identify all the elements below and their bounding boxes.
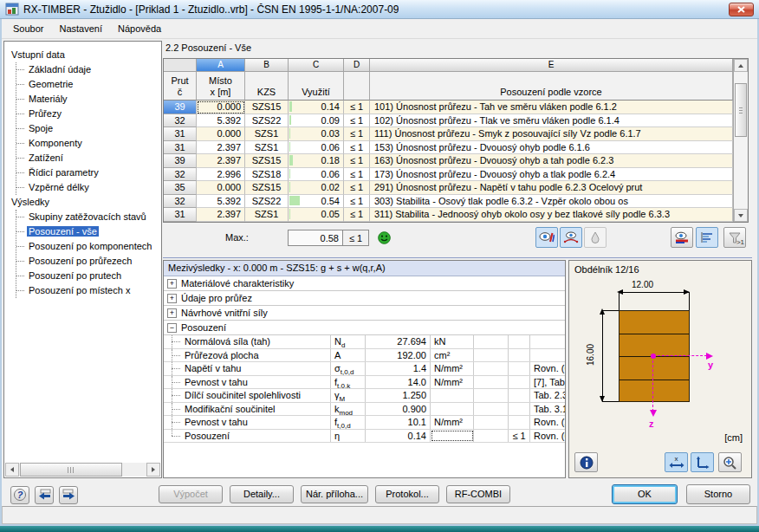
kzs-cell[interactable]: SZS1 xyxy=(245,208,289,222)
table-row[interactable]: 31 2.397 SZS1 0.05 ≤ 1 311) Stabilita - … xyxy=(164,208,733,222)
info-button[interactable] xyxy=(574,452,598,472)
details-button[interactable]: Detaily... xyxy=(230,485,294,503)
rf-combi-button[interactable]: RF-COMBI xyxy=(446,485,510,503)
usage-cell[interactable]: 0.05 xyxy=(289,208,344,222)
protocol-button[interactable]: Protokol... xyxy=(375,485,439,503)
scroll-left-button[interactable] xyxy=(5,463,19,477)
location-cell[interactable]: 2.397 xyxy=(197,208,245,222)
colored-results-button[interactable] xyxy=(671,227,693,248)
table-row[interactable]: 39 0.000 SZS15 0.14 ≤ 1 101) Únosnost pr… xyxy=(164,101,733,114)
formula-cell[interactable]: 102) Únosnost průřezu - Tlak ve směru vl… xyxy=(370,114,733,128)
menu-soubor[interactable]: Soubor xyxy=(5,21,51,36)
table-vscrollbar[interactable] xyxy=(733,59,748,222)
group-internal-forces[interactable]: +Návrhové vnitřní síly xyxy=(164,306,565,321)
filter-greater-one-button[interactable]: >1 xyxy=(723,227,746,248)
sidebar-item-materialy[interactable]: Materiály xyxy=(16,92,158,107)
kzs-cell[interactable]: SZS15 xyxy=(245,101,289,114)
formula-cell[interactable]: 153) Únosnost průřezu - Dvouosý ohyb pod… xyxy=(370,141,733,155)
sidebar-item-posouzeni-vse[interactable]: Posouzení - vše xyxy=(16,224,158,239)
axes-button[interactable] xyxy=(691,452,714,472)
kzs-cell[interactable]: SZS15 xyxy=(245,181,289,195)
result-diagram-view-button[interactable] xyxy=(535,227,558,248)
column-letter-c[interactable]: C xyxy=(289,59,344,72)
kzs-cell[interactable]: SZS1 xyxy=(245,141,289,155)
detail-row[interactable]: Modifikační součinitel kmod 0.900 Tab. 3… xyxy=(164,403,565,417)
titlebar[interactable]: RX-TIMBER - Ztužidlo - [Priklad 1 - Ztuz… xyxy=(0,0,759,19)
location-cell[interactable]: 0.000 xyxy=(197,181,245,195)
sidebar-item-prurezy[interactable]: Průřezy xyxy=(16,107,158,121)
sidebar-item-posouzeni-mista-x[interactable]: Posouzení po místech x xyxy=(16,283,158,298)
formula-cell[interactable]: 101) Únosnost průřezu - Tah ve směru vlá… xyxy=(370,101,733,114)
expand-plus-icon[interactable]: + xyxy=(167,279,177,289)
usage-cell[interactable]: 0.09 xyxy=(289,114,344,128)
sidebar-item-zatizeni[interactable]: Zatížení xyxy=(16,151,158,165)
group-section-data[interactable]: +Údaje pro průřez xyxy=(164,291,565,306)
column-letter-d[interactable]: D xyxy=(344,59,370,72)
table-row[interactable]: 32 5.392 SZS22 0.54 ≤ 1 303) Stabilita -… xyxy=(164,195,733,209)
formula-cell[interactable]: 311) Stabilita - Jednoosý ohyb okolo osy… xyxy=(370,208,733,222)
scroll-up-button[interactable] xyxy=(734,59,748,72)
previous-page-button[interactable] xyxy=(35,486,54,504)
group-design[interactable]: −Posouzení xyxy=(164,321,565,335)
detail-row[interactable]: Průřezová plocha A 192.00 cm² xyxy=(164,349,565,363)
formula-cell[interactable]: 111) Únosnost průřezu - Smyk z posouvají… xyxy=(370,127,733,141)
sidebar-item-posouzeni-prurezy[interactable]: Posouzení po průřezech xyxy=(16,254,158,269)
expand-plus-icon[interactable]: + xyxy=(167,308,177,318)
kzs-cell[interactable]: SZS22 xyxy=(245,195,289,209)
usage-cell[interactable]: 0.06 xyxy=(289,168,344,182)
usage-cell[interactable]: 0.02 xyxy=(289,181,344,195)
column-letter-e[interactable]: E xyxy=(370,59,733,72)
sidebar-item-skupiny-stavu[interactable]: Skupiny zatěžovacích stavů xyxy=(16,210,158,224)
collapse-minus-icon[interactable]: − xyxy=(167,323,177,333)
detail-row[interactable]: Napětí v tahu σt,0,d 1.4 N/mm² Rovn. (6.… xyxy=(164,362,565,376)
sidebar-item-ridici-parametry[interactable]: Řídicí parametry xyxy=(16,165,158,180)
close-button[interactable] xyxy=(729,3,754,16)
usage-cell[interactable]: 0.54 xyxy=(289,195,344,209)
location-cell[interactable]: 5.392 xyxy=(197,114,245,128)
focused-cell[interactable] xyxy=(431,430,474,443)
table-row[interactable]: 39 2.397 SZS15 0.18 ≤ 1 163) Únosnost pr… xyxy=(164,154,733,168)
kzs-cell[interactable]: SZS15 xyxy=(245,154,289,168)
table-row[interactable]: 31 0.000 SZS1 0.03 ≤ 1 111) Únosnost prů… xyxy=(164,127,733,141)
zoom-reset-button[interactable] xyxy=(718,452,742,472)
location-cell[interactable]: 0.000 xyxy=(197,127,245,141)
detail-row[interactable]: Pevnost v tahu ft,0,d 10.1 N/mm² Rovn. (… xyxy=(164,416,565,430)
calculate-button[interactable]: Výpočet xyxy=(159,485,223,503)
sidebar-section-input[interactable]: Vstupní data xyxy=(10,48,158,62)
scroll-thumb[interactable] xyxy=(20,463,122,477)
usage-cell[interactable]: 0.06 xyxy=(289,141,344,155)
condition-cell[interactable]: ≤ 1 xyxy=(344,181,370,195)
ok-button[interactable]: OK xyxy=(612,484,678,504)
next-page-button[interactable] xyxy=(59,486,78,504)
national-annex-button[interactable]: Nár. příloha... xyxy=(301,485,368,503)
formula-cell[interactable]: 291) Únosnost průřezu - Napětí v tahu po… xyxy=(370,181,733,195)
expand-plus-icon[interactable]: + xyxy=(167,294,177,303)
condition-cell[interactable]: ≤ 1 xyxy=(344,114,370,128)
condition-cell[interactable]: ≤ 1 xyxy=(344,168,370,182)
sidebar-item-spoje[interactable]: Spoje xyxy=(16,121,158,136)
menu-nastaveni[interactable]: Nastavení xyxy=(51,21,110,36)
sidebar-section-vysledky[interactable]: Výsledky xyxy=(10,195,158,210)
kzs-cell[interactable]: SZS22 xyxy=(245,114,289,128)
formula-cell[interactable]: 163) Únosnost průřezu - Dvouosý ohyb a t… xyxy=(370,154,733,168)
water-drop-button[interactable] xyxy=(584,227,607,248)
condition-cell[interactable]: ≤ 1 xyxy=(344,101,370,114)
location-cell[interactable]: 0.000 xyxy=(197,101,245,114)
detail-row-design[interactable]: Posouzení η 0.14 ≤ 1 Rovn. (6.1 xyxy=(164,430,565,444)
help-button[interactable]: ? xyxy=(10,486,29,504)
condition-cell[interactable]: ≤ 1 xyxy=(344,154,370,168)
condition-cell[interactable]: ≤ 1 xyxy=(344,127,370,141)
menu-napoveda[interactable]: Nápověda xyxy=(110,21,169,36)
sidebar-item-zakladni-udaje[interactable]: Základní údaje xyxy=(16,62,158,77)
formula-cell[interactable]: 173) Únosnost průřezu - Dvouosý ohyb a t… xyxy=(370,168,733,182)
location-cell[interactable]: 2.996 xyxy=(197,168,245,182)
location-cell[interactable]: 2.397 xyxy=(197,154,245,168)
sidebar-hscrollbar[interactable] xyxy=(5,463,160,477)
table-row[interactable]: 32 5.392 SZS22 0.09 ≤ 1 102) Únosnost pr… xyxy=(164,114,733,128)
usage-cell[interactable]: 0.18 xyxy=(289,154,344,168)
cancel-button[interactable]: Storno xyxy=(686,484,750,504)
scroll-right-button[interactable] xyxy=(146,463,160,477)
detail-row[interactable]: Dílčí součinitel spolehlivosti γM 1.250 … xyxy=(164,389,565,403)
location-cell[interactable]: 5.392 xyxy=(197,195,245,209)
deformation-view-button[interactable] xyxy=(560,227,582,248)
